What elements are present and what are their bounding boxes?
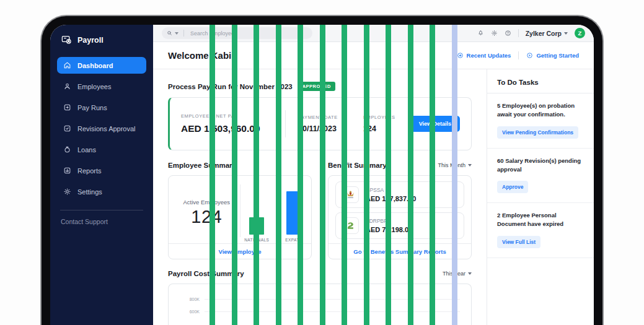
topbar-actions: Zylker Corp Z <box>477 28 585 38</box>
sidebar-item-reports[interactable]: Reports <box>57 162 146 179</box>
employee-summary-section: Employee Summary Active Employees 124 <box>168 161 312 259</box>
settings-gear-icon[interactable] <box>491 30 498 37</box>
help-icon[interactable] <box>505 30 511 37</box>
content: Process Pay Run for November 2023 APPROV… <box>153 69 594 325</box>
sidebar-item-pay-runs[interactable]: Pay Runs <box>57 99 146 116</box>
app-screen: Payroll Dashboard Employees <box>50 25 594 325</box>
sidebar-item-label: Pay Runs <box>77 104 107 111</box>
avatar[interactable]: Z <box>575 28 585 38</box>
payroll-cost-bar <box>408 25 413 325</box>
gear-icon <box>63 188 71 196</box>
benefit-row-gpssa[interactable]: GPSSA AED 127,837.00 <box>335 181 464 208</box>
todo-title: To Do Tasks <box>487 69 594 93</box>
page-title: Welcome Kabir! <box>168 50 238 61</box>
recent-updates-link[interactable]: Recent Updates <box>457 52 511 59</box>
y-tick-label: 800K <box>177 297 200 301</box>
payment-date-stat: PAYMENT DATE 30/11/2023 <box>298 115 363 133</box>
view-full-list-button[interactable]: View Full List <box>497 236 540 248</box>
todo-panel: To Do Tasks 5 Employee(s) on probation a… <box>487 69 594 325</box>
welcome-header: Welcome Kabir! Recent Updates <box>153 42 594 69</box>
benefit-summary-section: Benefit Summary This Month <box>328 161 472 259</box>
getting-started-link[interactable]: Getting Started <box>526 52 579 59</box>
todo-task-salary-revisions: 60 Salary Revision(s) pending approval A… <box>487 149 594 204</box>
status-badge: APPROVED <box>298 82 335 91</box>
money-bag-icon <box>63 145 71 154</box>
sidebar-item-label: Employees <box>77 83 111 90</box>
check-square-icon <box>63 124 71 132</box>
sidebar-item-label: Revisions Approval <box>77 125 136 132</box>
sidebar-divider <box>60 210 143 210</box>
payroll-cost-chart: 800K 600K <box>177 293 462 325</box>
active-employees-label: Active Employees <box>183 199 230 206</box>
payroll-cost-bar <box>276 25 281 325</box>
recent-updates-label: Recent Updates <box>467 52 511 59</box>
payroll-cost-bar <box>364 25 369 325</box>
task-text: 60 Salary Revision(s) pending approval <box>497 157 584 175</box>
sidebar-item-label: Reports <box>77 167 102 175</box>
sidebar-item-loans[interactable]: Loans <box>57 141 146 158</box>
payroll-cost-bar <box>386 25 391 325</box>
task-text: 2 Employee Personal Document have expire… <box>497 211 584 229</box>
benefit-summary-title: Benefit Summary <box>328 162 387 169</box>
header-links: Recent Updates Getting Started <box>457 51 579 59</box>
sidebar-item-label: Settings <box>77 188 102 196</box>
payroll-cost-bar <box>342 25 347 325</box>
app-name: Payroll <box>77 36 104 45</box>
home-icon <box>63 61 71 69</box>
payroll-cost-bar <box>430 25 435 325</box>
header-links-divider <box>518 51 519 59</box>
org-switcher[interactable]: Zylker Corp <box>526 30 568 37</box>
search-icon <box>167 30 172 36</box>
approve-button[interactable]: Approve <box>497 181 528 193</box>
app-logo-row: Payroll <box>57 33 146 48</box>
play-circle-icon <box>526 52 533 59</box>
topbar: Zylker Corp Z <box>153 25 594 42</box>
benefit-row-adrpbf[interactable]: ADRPBF AED 75,198.00 <box>335 212 464 239</box>
stat-divider <box>285 110 286 137</box>
sidebar-item-label: Dashboard <box>77 62 113 69</box>
sidebar-item-settings[interactable]: Settings <box>57 183 146 200</box>
bell-icon[interactable] <box>477 30 484 37</box>
benefit-summary-card: GPSSA AED 127,837.00 <box>328 175 472 259</box>
payroll-cost-bar <box>232 25 237 325</box>
search-divider <box>183 30 184 37</box>
payrun-heading: Process Pay Run for November 2023 <box>168 83 293 90</box>
tablet-device-frame: Payroll Dashboard Employees <box>40 15 604 325</box>
employee-summary-title: Employee Summary <box>168 162 236 169</box>
sidebar-item-employees[interactable]: Employees <box>57 78 146 95</box>
chevron-down-icon <box>468 272 472 275</box>
megaphone-icon <box>457 52 464 59</box>
active-employees-count: 124 <box>191 207 222 227</box>
sidebar: Payroll Dashboard Employees <box>50 25 153 325</box>
contact-support-link[interactable]: Contact Support <box>57 218 146 225</box>
y-tick-label: 600K <box>177 310 200 314</box>
search-scope-caret-icon[interactable] <box>175 32 179 35</box>
payroll-cost-bars <box>210 293 457 325</box>
getting-started-label: Getting Started <box>536 52 579 59</box>
bar-chart-icon <box>63 167 71 175</box>
payroll-cost-bar <box>210 25 215 325</box>
main-area: Zylker Corp Z Welcome Kabir! Recent U <box>153 25 594 325</box>
pay-runs-icon <box>63 103 71 111</box>
task-text: 5 Employee(s) on probation await your co… <box>497 102 584 119</box>
sidebar-item-label: Loans <box>77 146 96 154</box>
org-name: Zylker Corp <box>526 30 562 37</box>
chevron-down-icon <box>564 32 568 35</box>
topbar-divider <box>518 29 519 37</box>
sidebar-item-revisions-approval[interactable]: Revisions Approval <box>57 120 146 137</box>
sidebar-item-dashboard[interactable]: Dashboard <box>57 57 146 74</box>
todo-task-probation: 5 Employee(s) on probation await your co… <box>487 93 594 149</box>
todo-task-expired-documents: 2 Employee Personal Document have expire… <box>487 203 594 258</box>
payroll-cost-bar <box>298 25 303 325</box>
payroll-app-icon <box>61 34 73 46</box>
stat-value: 30/11/2023 <box>298 124 363 133</box>
view-pending-confirmations-button[interactable]: View Pending Confirmations <box>497 126 578 139</box>
person-icon <box>63 82 71 90</box>
payroll-cost-card: 800K 600K <box>168 284 472 325</box>
employee-summary-card: Active Employees 124 NATIONALS <box>168 175 312 259</box>
employee-mini-chart: NATIONALS EXPATS <box>240 182 307 243</box>
payroll-cost-bar <box>254 25 259 325</box>
payroll-cost-bar <box>452 25 457 325</box>
chevron-down-icon <box>468 164 472 167</box>
payroll-cost-section: Payroll Cost Summary This year 800K <box>168 269 472 325</box>
